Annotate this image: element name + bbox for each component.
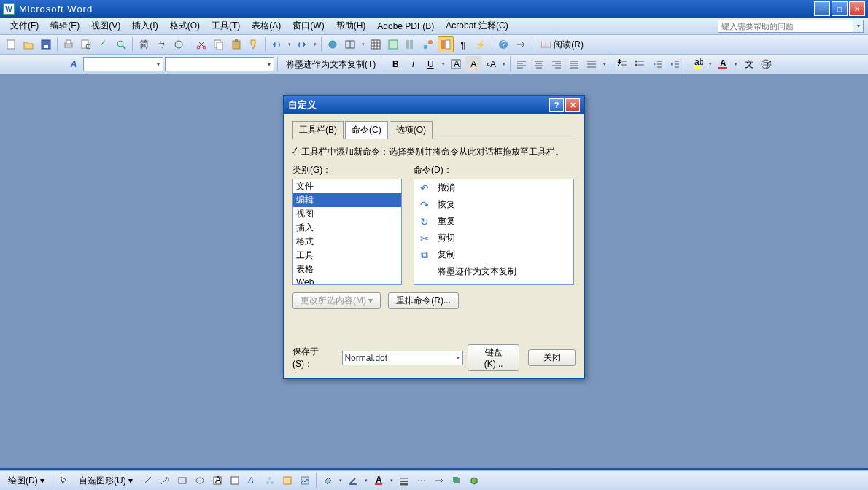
tables-dropdown[interactable]: ▾ bbox=[360, 42, 366, 47]
scaling-dropdown[interactable]: ▾ bbox=[500, 61, 507, 67]
char-shading-icon[interactable]: A bbox=[465, 56, 481, 72]
show-hide-icon[interactable]: ¶ bbox=[455, 36, 471, 52]
arrow-icon[interactable] bbox=[157, 472, 173, 489]
list-item[interactable]: Web bbox=[293, 276, 401, 285]
rearrange-commands-button[interactable]: 重排命令(R)... bbox=[388, 292, 459, 309]
justify-icon[interactable] bbox=[566, 56, 582, 72]
fill-dropdown[interactable]: ▾ bbox=[337, 478, 344, 483]
command-item[interactable]: ↶撤消 bbox=[414, 179, 573, 196]
decrease-indent-icon[interactable] bbox=[649, 56, 665, 72]
dialog-help-button[interactable]: ? bbox=[549, 98, 564, 112]
menu-file[interactable]: 文件(F) bbox=[4, 18, 44, 34]
open-icon[interactable] bbox=[20, 36, 36, 52]
increase-indent-icon[interactable] bbox=[667, 56, 683, 72]
save-in-combo[interactable]: Normal.dot▾ bbox=[342, 351, 463, 365]
list-item[interactable]: 表格 bbox=[293, 262, 401, 276]
menu-format[interactable]: 格式(O) bbox=[164, 18, 206, 34]
tab-options[interactable]: 选项(O) bbox=[390, 121, 433, 139]
tab-toolbars[interactable]: 工具栏(B) bbox=[292, 121, 344, 139]
line-style-icon[interactable] bbox=[396, 472, 412, 489]
enclose-chars-icon[interactable]: 字 bbox=[758, 56, 774, 72]
command-item[interactable]: 将墨迹作为文本复制 bbox=[414, 263, 573, 280]
close-button[interactable]: ✕ bbox=[849, 1, 865, 16]
spell-check-icon[interactable]: ✓ bbox=[96, 36, 112, 52]
rectangle-icon[interactable] bbox=[174, 472, 190, 489]
shadow-icon[interactable] bbox=[449, 472, 465, 489]
asian-layout-icon[interactable]: 文 bbox=[740, 56, 756, 72]
char-scaling-icon[interactable]: AA bbox=[483, 56, 499, 72]
highlight-icon[interactable]: ab bbox=[689, 56, 705, 72]
columns-icon[interactable] bbox=[403, 36, 419, 52]
help-icon[interactable]: ? bbox=[495, 36, 511, 52]
list-item[interactable]: 插入 bbox=[293, 221, 401, 235]
textbox-icon[interactable]: A bbox=[209, 472, 225, 489]
dash-style-icon[interactable] bbox=[414, 472, 430, 489]
hyperlink-icon[interactable] bbox=[325, 36, 341, 52]
line-icon[interactable] bbox=[139, 472, 155, 489]
italic-icon[interactable]: I bbox=[405, 56, 421, 72]
list-item[interactable]: 格式 bbox=[293, 235, 401, 249]
minimize-button[interactable]: ─ bbox=[814, 1, 830, 16]
menu-adobe-pdf[interactable]: Adobe PDF(B) bbox=[371, 20, 440, 33]
list-item[interactable]: 文件 bbox=[293, 179, 401, 193]
picture-icon[interactable] bbox=[297, 472, 313, 489]
styles-icon[interactable]: A bbox=[66, 56, 82, 72]
category-listbox[interactable]: 文件 编辑 视图 插入 格式 工具 表格 Web 窗口和帮助 绘图 自选图形 bbox=[292, 179, 402, 285]
dialog-close-button[interactable]: ✕ bbox=[565, 98, 580, 112]
print-preview-icon[interactable] bbox=[78, 36, 94, 52]
arrow-style-icon[interactable] bbox=[431, 472, 447, 489]
undo-icon[interactable] bbox=[268, 36, 284, 52]
tables-borders-icon[interactable] bbox=[342, 36, 358, 52]
command-item[interactable]: ↻重复 bbox=[414, 213, 573, 230]
format-painter-icon[interactable] bbox=[246, 36, 262, 52]
oval-icon[interactable] bbox=[192, 472, 208, 489]
print-icon[interactable] bbox=[61, 36, 77, 52]
wordart-icon[interactable]: A bbox=[244, 472, 260, 489]
command-item[interactable]: ⧉复制 bbox=[414, 246, 573, 263]
diagram-icon[interactable] bbox=[262, 472, 278, 489]
tab-commands[interactable]: 命令(C) bbox=[345, 121, 388, 139]
fill-color-icon[interactable] bbox=[319, 472, 336, 489]
new-doc-icon[interactable] bbox=[3, 36, 19, 52]
redo-dropdown[interactable]: ▾ bbox=[311, 42, 318, 47]
font-color-dropdown[interactable]: ▾ bbox=[388, 478, 395, 483]
document-map-icon[interactable] bbox=[438, 36, 454, 52]
align-right-icon[interactable] bbox=[549, 56, 565, 72]
cut-icon[interactable] bbox=[193, 36, 209, 52]
keyboard-button[interactable]: 键盘(K)... bbox=[468, 344, 519, 371]
font-color-dropdown[interactable]: ▾ bbox=[732, 61, 739, 67]
list-item[interactable]: 编辑 bbox=[293, 193, 401, 207]
chinese-convert-icon[interactable]: 简 bbox=[136, 36, 152, 52]
insert-worksheet-icon[interactable] bbox=[385, 36, 401, 52]
underline-dropdown[interactable]: ▾ bbox=[440, 61, 446, 67]
line-color-icon[interactable] bbox=[345, 472, 361, 489]
list-item[interactable]: 工具 bbox=[293, 249, 401, 262]
menu-table[interactable]: 表格(A) bbox=[246, 18, 287, 34]
menu-insert[interactable]: 插入(I) bbox=[126, 18, 163, 34]
bold-icon[interactable]: B bbox=[387, 56, 403, 72]
font-color-icon[interactable]: A bbox=[371, 472, 387, 489]
close-dialog-button[interactable]: 关闭 bbox=[528, 349, 576, 366]
help-dropdown-icon[interactable]: ▾ bbox=[853, 20, 864, 33]
numbering-icon[interactable]: 12 bbox=[614, 56, 630, 72]
distribute-icon[interactable] bbox=[584, 56, 600, 72]
command-item[interactable]: ✂剪切 bbox=[414, 230, 573, 246]
copy-icon[interactable] bbox=[211, 36, 227, 52]
drawing-icon[interactable] bbox=[420, 36, 436, 52]
menu-view[interactable]: 视图(V) bbox=[85, 18, 126, 34]
redo-icon[interactable] bbox=[294, 36, 310, 52]
insert-table-icon[interactable] bbox=[368, 36, 384, 52]
modify-selection-button[interactable]: 更改所选内容(M) ▾ bbox=[292, 292, 381, 309]
ink-copy-button[interactable]: 将墨迹作为文本复制(T) bbox=[281, 56, 381, 73]
autoshapes-menu[interactable]: 自选图形(U) ▾ bbox=[74, 472, 138, 489]
line-spacing-dropdown[interactable]: ▾ bbox=[601, 61, 608, 67]
phonetic-icon[interactable]: ㄅ bbox=[153, 36, 169, 52]
zoom-icon[interactable]: ⚡ bbox=[473, 36, 489, 52]
menu-tools[interactable]: 工具(T) bbox=[206, 18, 246, 34]
read-mode-button[interactable]: 📖 阅读(R) bbox=[535, 36, 589, 53]
list-item[interactable]: 视图 bbox=[293, 207, 401, 221]
save-icon[interactable] bbox=[38, 36, 54, 52]
research-icon[interactable] bbox=[113, 36, 129, 52]
align-center-icon[interactable] bbox=[531, 56, 547, 72]
direction-icon[interactable] bbox=[513, 36, 529, 52]
